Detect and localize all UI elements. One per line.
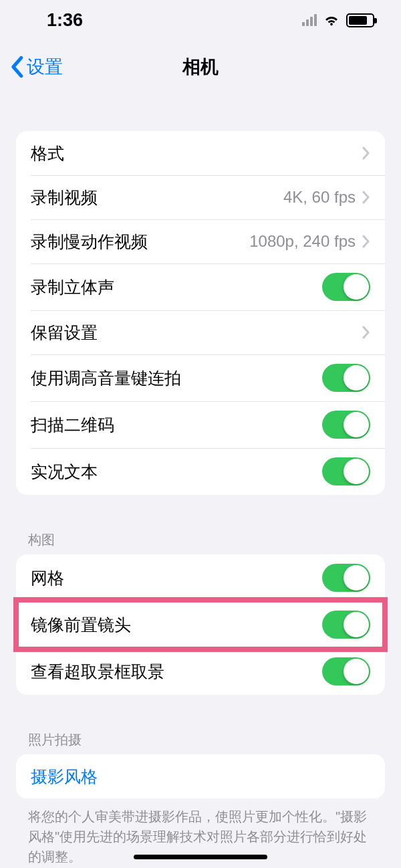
row-photographic-styles[interactable]: 摄影风格: [16, 754, 385, 798]
row-formats[interactable]: 格式: [16, 131, 385, 175]
row-record-slomo[interactable]: 录制慢动作视频 1080p, 240 fps: [16, 219, 385, 263]
status-time: 1:36: [47, 10, 83, 31]
status-icons: [302, 11, 374, 29]
row-label: 实况文本: [31, 461, 322, 483]
status-bar: 1:36: [0, 0, 401, 40]
row-label: 网格: [31, 567, 322, 589]
back-label: 设置: [27, 55, 63, 79]
row-scan-qr: 扫描二维码: [16, 401, 385, 448]
row-mirror-front: 镜像前置镜头: [16, 601, 385, 648]
row-label: 使用调高音量键连拍: [31, 367, 322, 389]
toggle-scan-qr[interactable]: [322, 411, 370, 439]
chevron-right-icon: [362, 235, 370, 248]
row-value: 4K, 60 fps: [283, 188, 356, 207]
row-label: 录制立体声: [31, 276, 322, 298]
battery-icon: [346, 13, 374, 27]
row-label: 格式: [31, 142, 362, 165]
page-title: 相机: [182, 55, 219, 79]
row-record-video[interactable]: 录制视频 4K, 60 fps: [16, 175, 385, 219]
nav-bar: 设置 相机: [0, 40, 401, 94]
row-label: 保留设置: [31, 322, 362, 344]
section-header-composition: 构图: [28, 531, 373, 549]
row-view-outside-frame: 查看超取景框取景: [16, 648, 385, 695]
row-label: 扫描二维码: [31, 414, 322, 436]
toggle-stereo-sound[interactable]: [322, 273, 370, 301]
toggle-grid[interactable]: [322, 564, 370, 592]
chevron-right-icon: [362, 191, 370, 204]
row-label: 录制视频: [31, 187, 283, 209]
row-label: 查看超取景框取景: [31, 661, 322, 683]
settings-group-composition: 网格 镜像前置镜头 查看超取景框取景: [16, 554, 385, 695]
row-label: 镜像前置镜头: [31, 614, 322, 636]
back-button[interactable]: 设置: [9, 55, 63, 79]
row-grid: 网格: [16, 554, 385, 601]
row-value: 1080p, 240 fps: [249, 232, 356, 251]
row-preserve-settings[interactable]: 保留设置: [16, 310, 385, 354]
section-header-photo: 照片拍摄: [28, 731, 373, 749]
chevron-right-icon: [362, 146, 370, 160]
chevron-right-icon: [362, 326, 370, 339]
row-volume-burst: 使用调高音量键连拍: [16, 354, 385, 401]
toggle-volume-burst[interactable]: [322, 364, 370, 392]
toggle-mirror-front[interactable]: [322, 611, 370, 639]
row-label: 录制慢动作视频: [31, 231, 249, 253]
row-label: 摄影风格: [31, 766, 370, 788]
wifi-icon: [323, 11, 340, 29]
toggle-view-outside-frame[interactable]: [322, 657, 370, 685]
settings-group-photo: 摄影风格: [16, 754, 385, 798]
row-live-text: 实况文本: [16, 448, 385, 495]
toggle-live-text[interactable]: [322, 457, 370, 485]
home-indicator: [134, 855, 267, 859]
cellular-icon: [302, 14, 317, 26]
settings-group-1: 格式 录制视频 4K, 60 fps 录制慢动作视频 1080p, 240 fp…: [16, 131, 385, 495]
row-stereo-sound: 录制立体声: [16, 263, 385, 310]
